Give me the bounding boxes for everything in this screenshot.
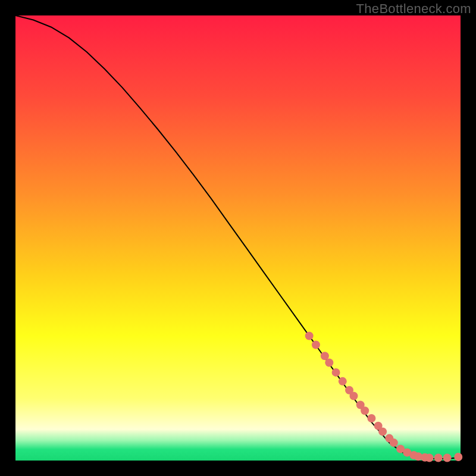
- data-point: [305, 332, 314, 340]
- data-point: [378, 427, 387, 436]
- data-point: [425, 454, 434, 462]
- data-point: [332, 368, 340, 377]
- bottleneck-chart: [0, 0, 476, 476]
- data-point: [454, 453, 462, 461]
- data-point: [361, 406, 369, 415]
- data-point: [312, 341, 320, 349]
- data-point: [390, 439, 398, 447]
- gradient-background: [15, 15, 461, 461]
- data-point: [349, 392, 358, 400]
- data-point: [434, 454, 443, 462]
- data-point: [325, 358, 333, 367]
- chart-stage: TheBottleneck.com: [0, 0, 476, 476]
- data-point: [339, 377, 347, 386]
- watermark-text: TheBottleneck.com: [356, 1, 471, 17]
- data-point: [367, 414, 375, 422]
- data-point: [443, 454, 452, 462]
